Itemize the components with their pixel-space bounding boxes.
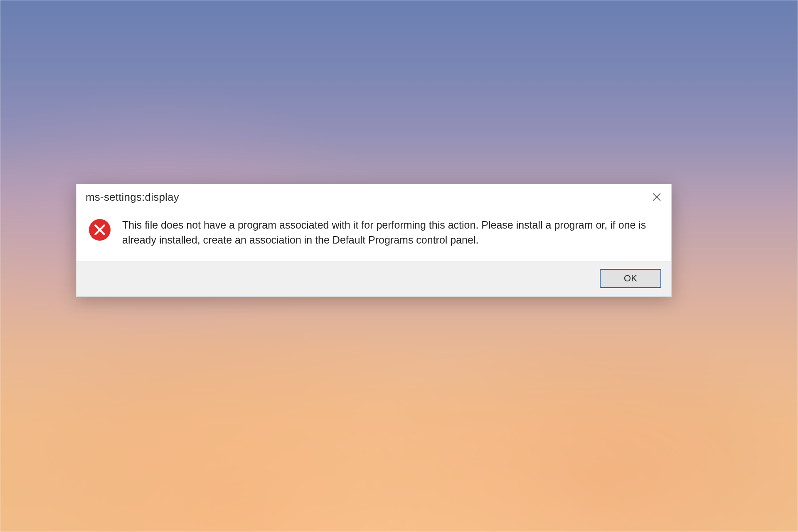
close-icon: [653, 193, 661, 201]
error-icon: [89, 219, 111, 241]
close-button[interactable]: [642, 184, 671, 210]
ok-button[interactable]: OK: [600, 269, 661, 288]
dialog-title: ms-settings:display: [86, 191, 179, 204]
dialog-body: This file does not have a program associ…: [76, 210, 671, 261]
error-dialog: ms-settings:display This file does not h…: [76, 184, 672, 297]
dialog-footer: OK: [76, 261, 671, 296]
dialog-message: This file does not have a program associ…: [122, 217, 650, 248]
dialog-titlebar: ms-settings:display: [76, 184, 671, 210]
